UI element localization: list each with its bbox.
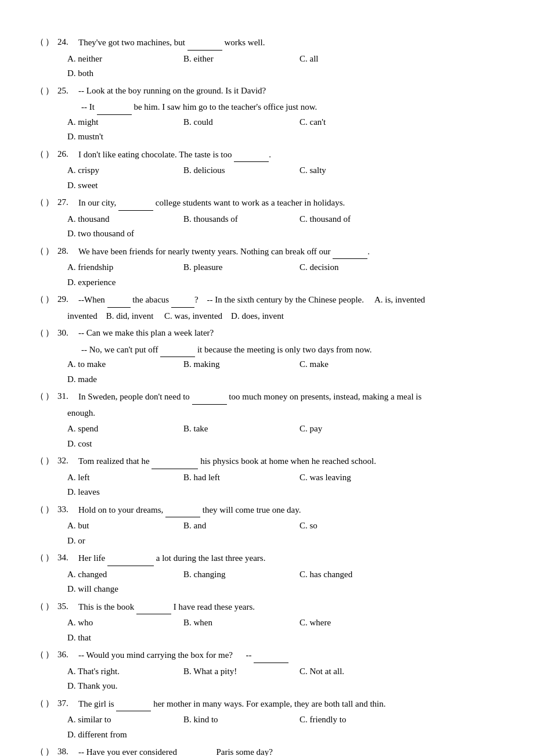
options-37: A. similar to B. kind to C. friendly to … [67, 712, 499, 742]
q-text-24: They've got two machines, but works well… [78, 35, 499, 51]
blank-35 [136, 599, 171, 615]
subline-text-30: -- No, we can't put off it because the m… [81, 342, 372, 358]
option-30d: D. made [67, 372, 178, 387]
option-31b: B. take [183, 422, 294, 437]
q-text-31: In Sweden, people don't need to too much… [78, 389, 499, 405]
question-28: （ ） 28. We have been friends for nearly … [35, 244, 499, 290]
option-28a: A. friendship [67, 260, 178, 275]
option-37d: D. different from [67, 728, 178, 743]
blank-37 [116, 696, 151, 712]
options-30: A. to make B. making C. make D. made [67, 357, 499, 387]
subline-text-25: -- It be him. I saw him go to the teache… [81, 99, 317, 115]
option-25d: D. mustn't [67, 129, 178, 145]
paren-open-31: （ [35, 389, 44, 404]
option-32d: D. leaves [67, 485, 178, 500]
paren-close-31: ） [45, 389, 54, 404]
blank-31 [192, 389, 227, 405]
option-35d: D. that [67, 631, 178, 646]
option-36a: A. That's right. [67, 664, 178, 679]
option-34a: A. changed [67, 567, 178, 582]
option-33c: C. so [300, 519, 410, 534]
options-28: A. friendship B. pleasure C. decision D.… [67, 260, 499, 290]
continued-31: enough. [67, 406, 499, 421]
blank-36 [254, 647, 288, 663]
option-24d: D. both [67, 66, 178, 81]
option-31a: A. spend [67, 422, 178, 437]
paren-open-32: （ [35, 453, 44, 469]
paren-open-27: （ [35, 195, 44, 210]
paren-close-27: ） [45, 195, 54, 210]
question-36: （ ） 36. -- Would you mind carrying the b… [35, 647, 499, 694]
options-34: A. changed B. changing C. has changed D.… [67, 567, 499, 597]
blank-28 [333, 244, 367, 260]
paren-open-24: （ [35, 35, 44, 50]
q-num-32: 32. [57, 453, 76, 469]
option-28c: C. decision [300, 260, 410, 275]
paren-open-34: （ [35, 550, 44, 566]
question-32: （ ） 32. Tom realized that he his physics… [35, 453, 499, 500]
q-text-27: In our city, college students want to wo… [78, 195, 499, 211]
option-36b: B. What a pity! [183, 664, 294, 679]
option-33d: D. or [67, 534, 178, 549]
paren-open-30: （ [35, 326, 44, 341]
options-27: A. thousand B. thousands of C. thousand … [67, 212, 499, 242]
blank-29a [107, 292, 131, 308]
q-num-38: 38. [57, 744, 76, 756]
paren-open-29: （ [35, 292, 44, 307]
options-24: A. neither B. either C. all D. both [67, 52, 499, 81]
q-text-29: --When the abacus ? -- In the sixth cent… [78, 292, 499, 308]
paren-open-37: （ [35, 696, 44, 711]
paren-open-38: （ [35, 744, 44, 756]
paren-close-25: ） [45, 84, 54, 99]
q-text-37: The girl is her mother in many ways. For… [78, 696, 499, 712]
options-33: A. but B. and C. so D. or [67, 519, 499, 548]
blank-38 [179, 744, 214, 756]
paren-open-28: （ [35, 244, 44, 259]
option-34d: D. will change [67, 582, 178, 597]
options-26: A. crispy B. delicious C. salty D. sweet [67, 163, 499, 193]
paren-open-36: （ [35, 647, 44, 663]
q-num-24: 24. [57, 35, 76, 50]
q-num-25: 25. [57, 84, 76, 99]
option-37b: B. kind to [183, 712, 294, 728]
blank-29b [171, 292, 194, 308]
option-26c: C. salty [300, 163, 410, 178]
q-num-36: 36. [57, 647, 76, 663]
blank-25 [97, 99, 132, 115]
paren-open-25: （ [35, 84, 44, 99]
paren-open-33: （ [35, 502, 44, 517]
paren-close-37: ） [45, 696, 54, 711]
paren-close-24: ） [45, 35, 54, 50]
option-28b: B. pleasure [183, 260, 294, 275]
q-text-34: Her life a lot during the last three yea… [78, 550, 499, 566]
q-text-33: Hold on to your dreams, they will come t… [78, 502, 499, 518]
options-35: A. who B. when C. where D. that [67, 615, 499, 645]
paren-open-26: （ [35, 147, 44, 162]
paren-close-35: ） [45, 599, 54, 614]
q-text-32: Tom realized that he his physics book at… [78, 453, 499, 469]
option-25a: A. might [67, 115, 178, 130]
option-37c: C. friendly to [300, 712, 410, 728]
q-text-35: This is the book I have read these years… [78, 599, 499, 615]
option-27b: B. thousands of [183, 212, 294, 227]
paren-open-35: （ [35, 599, 44, 614]
paren-close-29: ） [45, 292, 54, 307]
option-32a: A. left [67, 470, 178, 485]
option-26d: D. sweet [67, 178, 178, 193]
question-25: （ ） 25. -- Look at the boy running on th… [35, 84, 499, 145]
question-35: （ ） 35. This is the book I have read the… [35, 599, 499, 646]
option-25b: B. could [183, 115, 294, 130]
question-38: （ ） 38. -- Have you ever considered Pari… [35, 744, 499, 756]
blank-26 [234, 147, 269, 163]
q-num-37: 37. [57, 696, 76, 711]
option-30b: B. making [183, 357, 294, 372]
option-35a: A. who [67, 615, 178, 631]
question-34: （ ） 34. Her life a lot during the last t… [35, 550, 499, 597]
question-37: （ ） 37. The girl is her mother in many w… [35, 696, 499, 743]
q-num-29: 29. [57, 292, 76, 307]
subline-25: -- It be him. I saw him go to the teache… [81, 99, 499, 115]
question-30: （ ） 30. -- Can we make this plan a week … [35, 326, 499, 387]
options-32: A. left B. had left C. was leaving D. le… [67, 470, 499, 500]
q-num-33: 33. [57, 502, 76, 517]
option-26b: B. delicious [183, 163, 294, 178]
